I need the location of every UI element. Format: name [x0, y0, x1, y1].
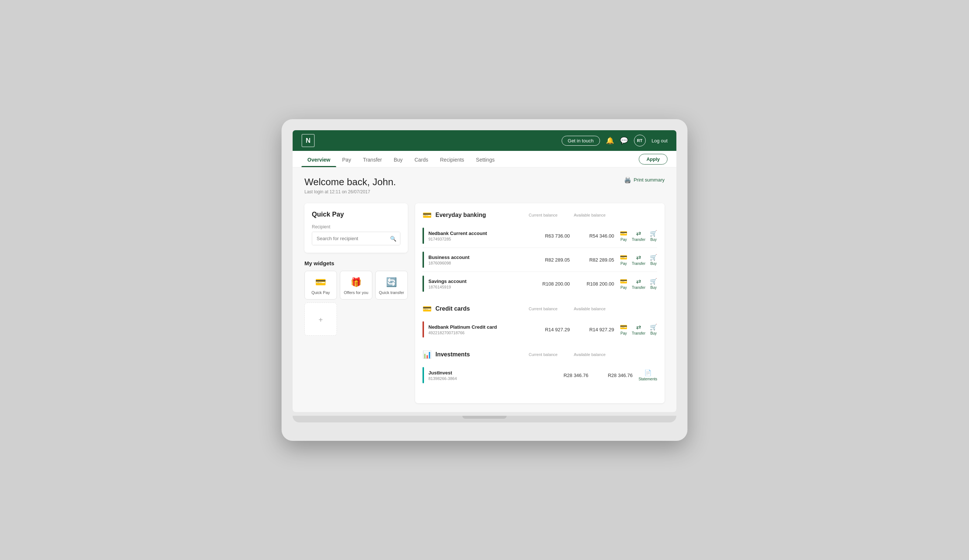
- nav-item-recipients[interactable]: Recipients: [434, 151, 470, 167]
- investments-icon: 📊: [423, 350, 432, 359]
- pay-icon: 💳: [620, 324, 627, 331]
- account-name: JustInvest: [428, 370, 544, 376]
- welcome-section: Welcome back, John. Last login at 12:11 …: [305, 176, 396, 194]
- search-input[interactable]: [312, 232, 400, 245]
- buy-icon: 🛒: [650, 324, 657, 331]
- buy-action-button[interactable]: 🛒 Buy: [650, 230, 657, 242]
- header-right: Get in touch 🔔 💬 RT Log out: [562, 135, 668, 146]
- transfer-icon: ⇄: [636, 324, 641, 331]
- statements-icon: 📄: [644, 369, 652, 376]
- widgets-grid: 💳 Quick Pay 🎁 Offers for you 🔄 Quick tra…: [305, 271, 408, 336]
- quick-pay-icon: 💳: [315, 277, 326, 287]
- quick-pay-card: Quick Pay Recipient 🔍: [305, 203, 408, 253]
- nav-item-transfer[interactable]: Transfer: [357, 151, 388, 167]
- green-bar: [423, 228, 424, 244]
- my-widgets-title: My widgets: [305, 260, 408, 266]
- account-actions: 💳 Pay ⇄ Transfer 🛒 Buy: [620, 324, 657, 335]
- table-row: Nedbank Platinum Credit card 49221827007…: [423, 317, 657, 341]
- transfer-action-button[interactable]: ⇄ Transfer: [632, 254, 645, 266]
- transfer-label: Transfer: [632, 331, 645, 335]
- avatar[interactable]: RT: [634, 135, 646, 146]
- pay-action-button[interactable]: 💳 Pay: [620, 324, 627, 335]
- widget-offers[interactable]: 🎁 Offers for you: [340, 271, 372, 299]
- col-available-balance-1: Available balance: [561, 213, 606, 217]
- widget-quick-transfer[interactable]: 🔄 Quick transfer: [375, 271, 408, 299]
- available-balance: R82 289.05: [570, 257, 614, 263]
- account-actions: 📄 Statements: [638, 369, 657, 381]
- main-content: Welcome back, John. Last login at 12:11 …: [293, 168, 676, 412]
- transfer-icon: ⇄: [636, 230, 641, 237]
- col-available-balance-3: Available balance: [561, 352, 606, 357]
- nav-item-pay[interactable]: Pay: [336, 151, 357, 167]
- everyday-banking-title: Everyday banking: [435, 212, 509, 218]
- table-row: JustInvest 81398266-3864 R28 346.76 R28 …: [423, 363, 657, 387]
- account-info: Business account 1876096098: [428, 254, 526, 265]
- account-number: 9174937285: [428, 237, 526, 241]
- content-layout: Quick Pay Recipient 🔍 My widgets 💳 Q: [305, 203, 664, 403]
- laptop-base: [293, 416, 676, 422]
- pay-action-button[interactable]: 💳 Pay: [620, 230, 627, 242]
- credit-cards-header: 💳 Credit cards Current balance Available…: [423, 304, 657, 313]
- quick-transfer-icon: 🔄: [386, 277, 397, 287]
- buy-label: Buy: [650, 286, 656, 289]
- get-in-touch-button[interactable]: Get in touch: [562, 136, 600, 146]
- pay-icon: 💳: [620, 230, 627, 237]
- search-input-wrap: 🔍: [312, 232, 400, 245]
- investments-section: 📊 Investments Current balance Available …: [423, 350, 657, 387]
- current-balance: R108 200.00: [526, 281, 570, 287]
- pay-label: Pay: [621, 238, 627, 242]
- account-info: Nedbank Platinum Credit card 49221827007…: [428, 324, 526, 335]
- message-icon[interactable]: 💬: [620, 136, 628, 145]
- nav-item-buy[interactable]: Buy: [388, 151, 408, 167]
- nav-items: Overview Pay Transfer Buy Cards Recipien…: [301, 151, 500, 167]
- add-icon: +: [318, 316, 323, 324]
- left-panel: Quick Pay Recipient 🔍 My widgets 💳 Q: [305, 203, 408, 403]
- transfer-action-button[interactable]: ⇄ Transfer: [632, 230, 645, 242]
- last-login: Last login at 12:11 on 26/07/2017: [305, 189, 396, 194]
- green-bar: [423, 276, 424, 292]
- account-name: Business account: [428, 254, 526, 260]
- buy-action-button[interactable]: 🛒 Buy: [650, 278, 657, 289]
- buy-action-button[interactable]: 🛒 Buy: [650, 254, 657, 266]
- print-summary-label: Print summary: [634, 177, 664, 183]
- accounts-card: 💳 Everyday banking Current balance Avail…: [415, 203, 664, 403]
- nav-item-cards[interactable]: Cards: [408, 151, 434, 167]
- investments-header: 📊 Investments Current balance Available …: [423, 350, 657, 359]
- account-info: JustInvest 81398266-3864: [428, 370, 544, 381]
- buy-action-button[interactable]: 🛒 Buy: [650, 324, 657, 335]
- account-number: 4922182700718766: [428, 331, 526, 335]
- pay-action-button[interactable]: 💳 Pay: [620, 254, 627, 266]
- nav-item-settings[interactable]: Settings: [470, 151, 501, 167]
- print-summary-button[interactable]: 🖨️ Print summary: [624, 176, 664, 183]
- account-name: Nedbank Platinum Credit card: [428, 324, 526, 330]
- account-info: Savings account 1876145919: [428, 279, 526, 289]
- nav-item-overview[interactable]: Overview: [301, 151, 336, 167]
- search-button[interactable]: 🔍: [390, 236, 396, 242]
- header: N Get in touch 🔔 💬 RT Log out: [293, 130, 676, 151]
- statements-label: Statements: [638, 377, 657, 381]
- welcome-title: Welcome back, John.: [305, 176, 396, 188]
- table-row: Savings account 1876145919 R108 200.00 R…: [423, 272, 657, 296]
- current-balance: R63 736.00: [526, 233, 570, 239]
- pay-action-button[interactable]: 💳 Pay: [620, 278, 627, 289]
- notification-icon[interactable]: 🔔: [606, 136, 614, 145]
- buy-label: Buy: [650, 262, 656, 266]
- account-number: 1876145919: [428, 285, 526, 289]
- transfer-icon: ⇄: [636, 278, 641, 285]
- logout-button[interactable]: Log out: [652, 138, 668, 143]
- everyday-banking-header: 💳 Everyday banking Current balance Avail…: [423, 211, 657, 219]
- table-row: Nedbank Current account 9174937285 R63 7…: [423, 224, 657, 248]
- transfer-action-button[interactable]: ⇄ Transfer: [632, 324, 645, 335]
- widget-quick-pay[interactable]: 💳 Quick Pay: [305, 271, 337, 299]
- account-info: Nedbank Current account 9174937285: [428, 231, 526, 241]
- apply-button[interactable]: Apply: [639, 154, 668, 165]
- widget-quick-transfer-label: Quick transfer: [379, 290, 404, 295]
- statements-button[interactable]: 📄 Statements: [638, 369, 657, 381]
- add-widget-button[interactable]: +: [305, 302, 337, 336]
- account-actions: 💳 Pay ⇄ Transfer 🛒 Buy: [620, 254, 657, 266]
- account-number: 81398266-3864: [428, 376, 544, 381]
- everyday-banking-section: 💳 Everyday banking Current balance Avail…: [423, 211, 657, 296]
- transfer-action-button[interactable]: ⇄ Transfer: [632, 278, 645, 289]
- buy-icon: 🛒: [650, 254, 657, 261]
- available-balance: R28 346.76: [588, 372, 633, 378]
